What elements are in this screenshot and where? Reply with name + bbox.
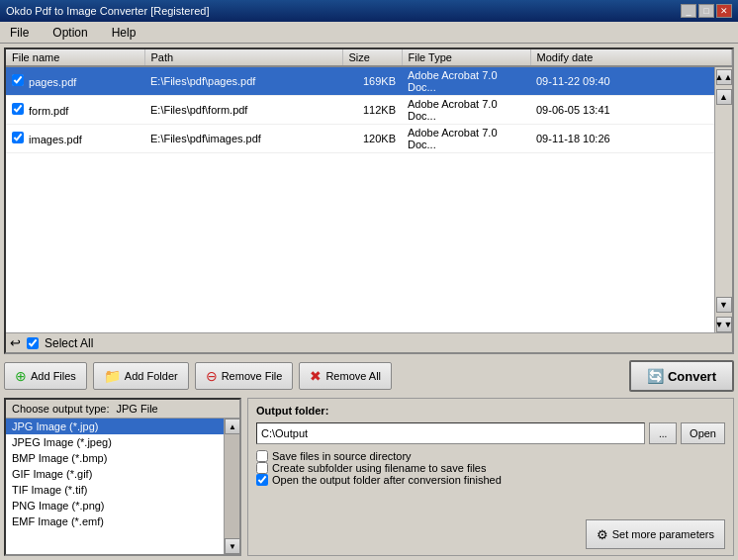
table-row[interactable]: images.pdf E:\Files\pdf\images.pdf 120KB… xyxy=(6,125,714,153)
row-path: E:\Files\pdf\form.pdf xyxy=(144,96,342,125)
option-checkbox[interactable] xyxy=(256,474,268,486)
select-all-label: Select All xyxy=(45,336,93,350)
output-type-item[interactable]: PNG Image (*.png) xyxy=(6,498,224,513)
output-type-list-area: JPG Image (*.jpg)JPEG Image (*.jpeg)BMP … xyxy=(6,419,239,554)
row-filename: form.pdf xyxy=(29,105,68,117)
menu-help[interactable]: Help xyxy=(106,24,142,42)
output-type-item[interactable]: EMF Image (*.emf) xyxy=(6,513,224,529)
scroll-top-button[interactable]: ▲▲ xyxy=(716,69,732,85)
app-title: Okdo Pdf to Image Converter [Registered] xyxy=(6,5,209,17)
row-filetype: Adobe Acrobat 7.0 Doc... xyxy=(402,125,530,153)
output-scroll-up[interactable]: ▲ xyxy=(225,419,239,434)
close-button[interactable]: ✕ xyxy=(716,4,732,18)
remove-all-icon: ✖ xyxy=(310,368,322,384)
add-files-button[interactable]: ⊕ Add Files xyxy=(4,362,87,390)
row-moddate: 09-11-22 09:40 xyxy=(530,67,714,96)
row-size: 112KB xyxy=(342,96,402,125)
menu-bar: File Option Help xyxy=(0,22,738,44)
convert-label: Convert xyxy=(668,369,716,384)
col-filename: File name xyxy=(6,49,144,66)
output-type-panel: Choose output type: JPG File JPG Image (… xyxy=(4,398,241,556)
file-table-body: pages.pdf E:\Files\pdf\pages.pdf 169KB A… xyxy=(6,67,714,153)
remove-all-button[interactable]: ✖ Remove All xyxy=(299,362,392,390)
menu-file[interactable]: File xyxy=(4,24,35,42)
output-folder-label: Output folder: xyxy=(256,405,725,417)
set-params-button[interactable]: ⚙ Set more parameters xyxy=(586,519,725,549)
option-checkbox[interactable] xyxy=(256,462,268,474)
output-type-list[interactable]: JPG Image (*.jpg)JPEG Image (*.jpeg)BMP … xyxy=(6,419,224,554)
remove-file-button[interactable]: ⊖ Remove File xyxy=(195,362,294,390)
bottom-section: Choose output type: JPG File JPG Image (… xyxy=(4,398,734,556)
row-filename: pages.pdf xyxy=(29,76,76,88)
output-scroll-thumb xyxy=(225,434,239,538)
row-filetype: Adobe Acrobat 7.0 Doc... xyxy=(402,96,530,125)
minimize-button[interactable]: _ xyxy=(681,4,696,18)
table-row[interactable]: form.pdf E:\Files\pdf\form.pdf 112KB Ado… xyxy=(6,96,714,125)
action-buttons-row: ⊕ Add Files 📁 Add Folder ⊖ Remove File ✖… xyxy=(4,358,734,394)
set-params-label: Set more parameters xyxy=(612,528,714,540)
row-size: 169KB xyxy=(342,67,402,96)
row-filename: images.pdf xyxy=(29,134,82,145)
col-moddate: Modify date xyxy=(530,49,732,66)
browse-button[interactable]: ... xyxy=(649,422,677,444)
gear-icon: ⚙ xyxy=(597,527,608,542)
add-files-label: Add Files xyxy=(31,370,76,382)
row-checkbox[interactable] xyxy=(12,74,24,86)
option-checkbox-row: Save files in source directory xyxy=(256,450,725,462)
output-type-label: Choose output type: JPG File xyxy=(6,400,239,419)
scroll-down-button[interactable]: ▼ xyxy=(716,297,732,313)
main-content: File name Path Size File Type Modify dat… xyxy=(0,44,738,560)
row-path: E:\Files\pdf\images.pdf xyxy=(144,125,342,153)
col-path: Path xyxy=(144,49,342,66)
title-bar: Okdo Pdf to Image Converter [Registered]… xyxy=(0,0,738,22)
output-scroll-down[interactable]: ▼ xyxy=(225,538,239,554)
remove-all-label: Remove All xyxy=(325,370,381,382)
open-folder-button[interactable]: Open xyxy=(681,422,725,444)
add-folder-button[interactable]: 📁 Add Folder xyxy=(93,362,189,390)
options-checkboxes: Save files in source directory Create su… xyxy=(256,450,725,486)
maximize-button[interactable]: □ xyxy=(698,4,714,18)
option-checkbox-label: Create subfolder using filename to save … xyxy=(272,462,486,474)
select-all-checkbox[interactable] xyxy=(27,337,39,349)
window-controls: _ □ ✕ xyxy=(681,4,732,18)
convert-button[interactable]: 🔄 Convert xyxy=(629,360,734,392)
menu-option[interactable]: Option xyxy=(46,24,93,42)
row-path: E:\Files\pdf\pages.pdf xyxy=(144,67,342,96)
scroll-up-button[interactable]: ▲ xyxy=(716,89,732,105)
row-moddate: 09-11-18 10:26 xyxy=(530,125,714,153)
output-type-item[interactable]: BMP Image (*.bmp) xyxy=(6,450,224,466)
output-list-scrollbar: ▲ ▼ xyxy=(224,419,239,554)
option-checkbox[interactable] xyxy=(256,450,268,462)
table-row[interactable]: pages.pdf E:\Files\pdf\pages.pdf 169KB A… xyxy=(6,67,714,96)
option-checkbox-row: Create subfolder using filename to save … xyxy=(256,462,725,474)
output-folder-input[interactable] xyxy=(256,422,645,444)
col-filetype: File Type xyxy=(402,49,530,66)
row-checkbox[interactable] xyxy=(12,132,24,143)
output-type-item[interactable]: TIF Image (*.tif) xyxy=(6,482,224,498)
output-type-item[interactable]: JPG Image (*.jpg) xyxy=(6,419,224,434)
scroll-bottom-button[interactable]: ▼▼ xyxy=(716,317,732,332)
folder-path-row: ... Open xyxy=(256,422,725,444)
add-files-icon: ⊕ xyxy=(15,368,27,384)
option-checkbox-row: Open the output folder after conversion … xyxy=(256,474,725,486)
option-checkbox-label: Save files in source directory xyxy=(272,450,412,462)
file-table-header: File name Path Size File Type Modify dat… xyxy=(6,49,732,67)
row-checkbox[interactable] xyxy=(12,103,24,115)
back-icon[interactable]: ↩ xyxy=(10,335,21,350)
output-type-item[interactable]: GIF Image (*.gif) xyxy=(6,466,224,482)
convert-icon: 🔄 xyxy=(647,368,664,384)
remove-file-label: Remove File xyxy=(222,370,283,382)
add-folder-label: Add Folder xyxy=(125,370,178,382)
select-all-bar: ↩ Select All xyxy=(6,332,732,352)
output-folder-panel: Output folder: ... Open Save files in so… xyxy=(247,398,734,556)
col-size: Size xyxy=(342,49,402,66)
table-scroll-controls: ▲▲ ▲ ▼ ▼▼ xyxy=(714,67,732,332)
remove-file-icon: ⊖ xyxy=(206,368,218,384)
row-filetype: Adobe Acrobat 7.0 Doc... xyxy=(402,67,530,96)
file-list-container: File name Path Size File Type Modify dat… xyxy=(4,47,734,354)
row-size: 120KB xyxy=(342,125,402,153)
add-folder-icon: 📁 xyxy=(104,368,121,384)
output-type-item[interactable]: JPEG Image (*.jpeg) xyxy=(6,434,224,450)
row-moddate: 09-06-05 13:41 xyxy=(530,96,714,125)
option-checkbox-label: Open the output folder after conversion … xyxy=(272,474,502,486)
